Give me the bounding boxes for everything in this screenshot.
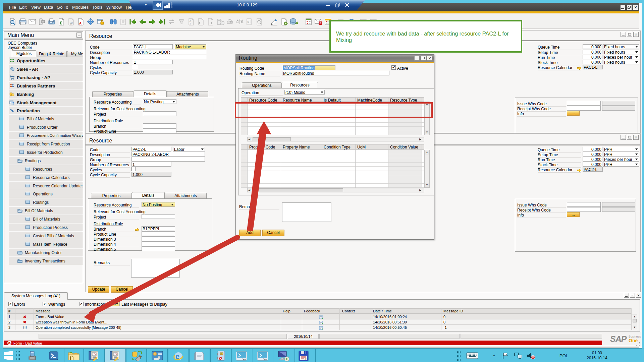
svg-text:A: A bbox=[190, 20, 191, 22]
svg-text:-64: -64 bbox=[305, 358, 308, 360]
svg-text:W: W bbox=[70, 22, 73, 25]
svg-text:$: $ bbox=[248, 20, 249, 23]
svg-text:Z: Z bbox=[190, 22, 191, 25]
svg-text:S: S bbox=[320, 22, 322, 25]
svg-text:A: A bbox=[79, 21, 82, 25]
